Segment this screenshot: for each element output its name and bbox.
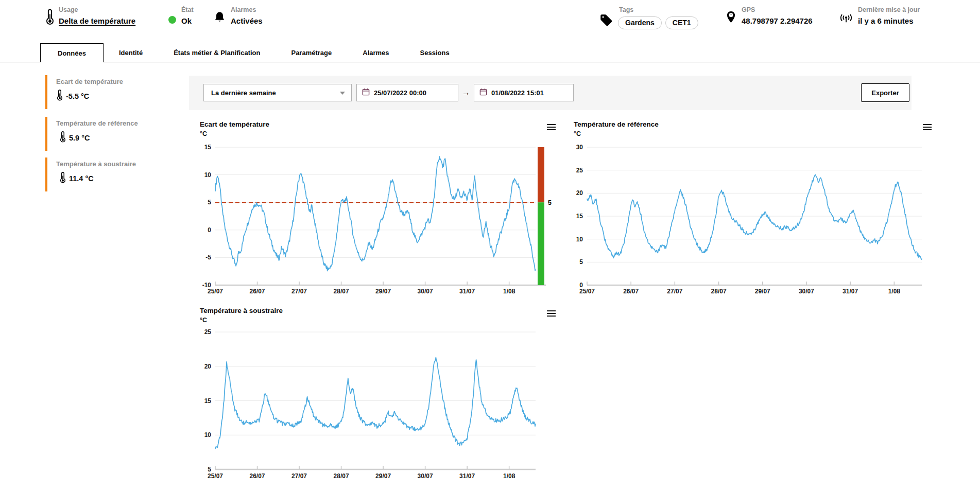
kpi-label: Température de référence — [56, 119, 180, 127]
kpi-value: 5.9 °C — [69, 134, 90, 142]
kpi-value: 11.4 °C — [69, 174, 94, 183]
kpi-temperature-de-reference[interactable]: Température de référence 5.9 °C — [45, 117, 180, 151]
x-tick-label: 28/07 — [334, 472, 349, 480]
kpi-label: Ecart de température — [56, 78, 180, 85]
x-tick-label: 25/07 — [208, 472, 223, 480]
tab-alarmes[interactable]: Alarmes — [347, 43, 404, 62]
tab-sessions[interactable]: Sessions — [405, 43, 465, 62]
alarms-label: Alarmes — [231, 6, 256, 13]
arrow-right-icon: → — [462, 88, 470, 97]
x-tick-label: 27/07 — [291, 288, 307, 295]
chart-canvas: 30252015105025/0726/0727/0728/0729/0730/… — [565, 139, 965, 302]
series-line — [215, 156, 536, 271]
chart-canvas-svg: 25201510525/0726/0727/0728/0729/0730/073… — [185, 328, 571, 486]
x-tick-label: 27/07 — [667, 288, 682, 295]
usage-value[interactable]: Delta de température — [59, 16, 135, 25]
date-from-input[interactable]: 25/07/2022 00:00 — [356, 84, 458, 101]
y-tick-label: 15 — [204, 397, 212, 405]
x-tick-label: 31/07 — [459, 288, 475, 295]
chart-unit: °C — [200, 130, 207, 137]
y-tick-label: 20 — [576, 189, 583, 197]
y-tick-label: 10 — [204, 171, 212, 179]
kpi-ecart-de-temperature[interactable]: Ecart de température -5.5 °C — [45, 75, 180, 109]
x-tick-label: 28/07 — [334, 288, 349, 295]
export-button[interactable]: Exporter — [861, 83, 909, 102]
bell-icon — [213, 10, 226, 26]
tab-parametrage[interactable]: Paramétrage — [276, 43, 347, 62]
kpi-value: -5.5 °C — [66, 92, 89, 100]
tab-etats-metier[interactable]: États métier & Planification — [158, 43, 276, 62]
x-tick-label: 1/08 — [503, 288, 515, 295]
x-tick-label: 30/07 — [418, 288, 433, 295]
x-tick-label: 29/07 — [755, 288, 770, 295]
y-tick-label: 5 — [579, 258, 583, 266]
state-label: État — [181, 6, 194, 13]
device-dashboard: Usage Delta de température État Ok Alarm… — [0, 0, 980, 490]
last-update-value: il y a 6 minutes — [858, 16, 914, 25]
chart-unit: °C — [574, 130, 581, 137]
thermometer-icon — [44, 8, 56, 28]
kpi-label: Température à soustraire — [56, 160, 180, 168]
calendar-icon — [479, 88, 487, 97]
usage-label: Usage — [59, 6, 78, 13]
chart-title: Température de référence — [574, 120, 659, 128]
x-tick-label: 29/07 — [375, 288, 391, 295]
y-tick-label: 10 — [204, 431, 212, 439]
y-tick-label: 25 — [204, 328, 212, 336]
x-tick-label: 31/07 — [843, 288, 858, 295]
chart-canvas-svg: 30252015105025/0726/0727/0728/0729/0730/… — [565, 139, 965, 300]
calendar-icon — [362, 88, 370, 97]
chart-canvas: 151050-5-1025/0726/0727/0728/0729/0730/0… — [185, 139, 571, 302]
status-dot — [168, 16, 176, 24]
period-select-value: La dernière semaine — [211, 89, 276, 97]
chart-context-menu-icon[interactable] — [923, 122, 932, 132]
threshold-bar-above — [538, 147, 544, 202]
x-tick-label: 30/07 — [418, 472, 433, 480]
y-tick-label: 5 — [208, 199, 211, 206]
date-to-value: 01/08/2022 15:01 — [491, 89, 544, 97]
y-tick-label: 20 — [204, 363, 212, 370]
gps-label: GPS — [742, 6, 755, 13]
series-line — [587, 174, 922, 259]
thermometer-icon — [59, 131, 66, 145]
thermometer-icon — [59, 171, 66, 185]
y-tick-label: -5 — [205, 254, 211, 261]
last-update-label: Dernière mise à jour — [858, 6, 920, 13]
y-tick-label: 0 — [208, 226, 211, 234]
x-tick-label: 25/07 — [579, 288, 595, 295]
chart-context-menu-icon[interactable] — [547, 309, 556, 318]
tags-list: GardensCET1 — [618, 16, 702, 29]
tag-pill: CET1 — [665, 16, 698, 29]
chart-canvas-svg: 151050-5-1025/0726/0727/0728/0729/0730/0… — [185, 139, 571, 300]
x-tick-label: 25/07 — [208, 288, 223, 295]
chart-canvas: 25201510525/0726/0727/0728/0729/0730/073… — [185, 328, 571, 488]
y-tick-label: 5 — [208, 466, 211, 473]
x-tick-label: 30/07 — [799, 288, 814, 295]
chevron-down-icon — [340, 92, 345, 95]
y-tick-label: 15 — [576, 213, 583, 220]
x-tick-label: 26/07 — [250, 472, 265, 480]
y-tick-label: 25 — [576, 167, 583, 174]
state-value: Ok — [181, 16, 192, 25]
kpi-temperature-a-soustraire[interactable]: Température à soustraire 11.4 °C — [45, 157, 180, 191]
tags-label: Tags — [619, 6, 633, 13]
tag-pill: Gardens — [618, 16, 662, 29]
chart-unit: °C — [200, 317, 207, 324]
x-tick-label: 29/07 — [375, 472, 391, 480]
period-select[interactable]: La dernière semaine — [203, 84, 352, 101]
x-tick-label: 28/07 — [711, 288, 727, 295]
threshold-bar-below — [538, 202, 544, 285]
gps-value: 48.798797 2.294726 — [742, 16, 813, 25]
filter-bar: La dernière semaine 25/07/2022 00:00 → 0… — [189, 76, 912, 110]
thermometer-icon — [56, 89, 63, 103]
tab-identite[interactable]: Identité — [104, 43, 158, 62]
chart-temperature-a-soustraire: Température à soustraire °C 25201510525/… — [185, 303, 571, 490]
chart-context-menu-icon[interactable] — [547, 122, 556, 132]
threshold-label: 5 — [548, 199, 552, 206]
date-to-input[interactable]: 01/08/2022 15:01 — [474, 84, 574, 101]
tag-icon — [599, 13, 613, 29]
chart-title: Ecart de température — [200, 120, 269, 128]
y-tick-label: 10 — [576, 236, 583, 243]
tab-donnees[interactable]: Données — [40, 43, 104, 62]
x-tick-label: 1/08 — [888, 288, 901, 295]
